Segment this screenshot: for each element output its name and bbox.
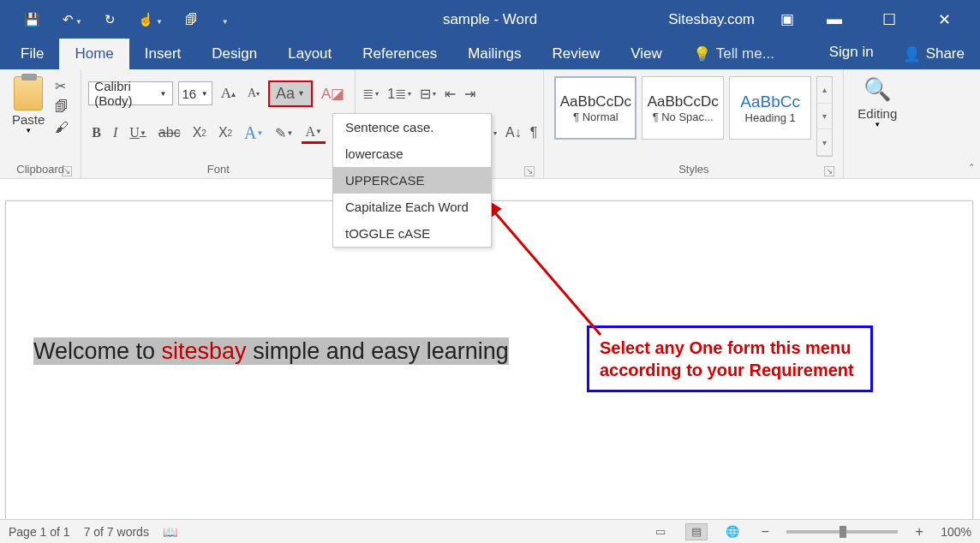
superscript-button[interactable]: X2 xyxy=(215,123,236,142)
zoom-in-button[interactable]: + xyxy=(911,524,927,540)
tab-insert[interactable]: Insert xyxy=(129,39,197,69)
menu-capitalize-each-word[interactable]: Capitalize Each Word xyxy=(333,194,491,220)
tab-references[interactable]: References xyxy=(347,39,452,69)
title-bar: 💾 ↶▼ ↻ ☝▼ 🗐 ▼ sample - Word Sitesbay.com… xyxy=(0,0,980,39)
paragraph-launcher-icon[interactable]: ↘ xyxy=(524,166,535,176)
maximize-icon[interactable]: ☐ xyxy=(875,10,904,29)
print-preview-icon[interactable]: 🗐 xyxy=(178,7,205,32)
italic-button[interactable]: I xyxy=(110,123,121,142)
multilevel-list-icon[interactable]: ⊟▾ xyxy=(420,86,436,102)
style-sample: AaBbCcDc xyxy=(648,93,719,110)
font-name-selector[interactable]: Calibri (Body)▼ xyxy=(88,81,172,105)
style-heading1[interactable]: AaBbCc Heading 1 xyxy=(729,76,811,140)
menu-uppercase[interactable]: UPPERCASE xyxy=(333,167,491,194)
document-text[interactable]: Welcome to sitesbay simple and easy lear… xyxy=(33,338,509,365)
ribbon-display-icon[interactable]: ▣ xyxy=(780,10,794,28)
cut-icon[interactable]: ✂ xyxy=(55,78,69,94)
zoom-out-button[interactable]: − xyxy=(757,524,773,540)
format-painter-icon[interactable]: 🖌 xyxy=(55,120,69,135)
zoom-slider-thumb[interactable] xyxy=(840,526,846,538)
collapse-ribbon-icon[interactable]: ˄ xyxy=(969,162,975,175)
sign-in-link[interactable]: Sign in xyxy=(816,39,887,69)
print-layout-icon[interactable]: ▤ xyxy=(685,523,708,540)
group-editing: 🔍 Editing ▼ xyxy=(844,69,911,178)
share-icon: 👤 xyxy=(903,45,921,63)
paste-label: Paste xyxy=(12,112,45,127)
styles-launcher-icon[interactable]: ↘ xyxy=(824,166,834,176)
tab-home[interactable]: Home xyxy=(59,39,128,69)
expand-gallery-icon[interactable]: ▾ xyxy=(817,129,832,156)
status-words[interactable]: 7 of 7 words xyxy=(84,525,149,539)
chevron-down-icon: ▼ xyxy=(297,89,305,98)
touch-mode-icon[interactable]: ☝▼ xyxy=(131,7,170,33)
find-icon[interactable]: 🔍 xyxy=(863,76,891,103)
document-page[interactable]: Welcome to sitesbay simple and easy lear… xyxy=(5,200,973,526)
shrink-font-icon[interactable]: A▾ xyxy=(244,85,263,102)
styles-gallery-more[interactable]: ▴ ▾ ▾ xyxy=(816,76,833,157)
tab-file[interactable]: File xyxy=(0,39,59,69)
minimize-icon[interactable]: ▬ xyxy=(820,10,849,28)
doc-text-highlight: sitesbay xyxy=(162,338,247,364)
zoom-slider[interactable] xyxy=(786,530,898,534)
clear-formatting-icon[interactable]: A◪ xyxy=(318,83,348,104)
scroll-down-icon[interactable]: ▾ xyxy=(817,104,832,130)
style-normal[interactable]: AaBbCcDc ¶ Normal xyxy=(554,76,636,140)
clipboard-launcher-icon[interactable]: ↘ xyxy=(62,166,72,176)
menu-sentence-case[interactable]: Sentence case. xyxy=(333,114,491,140)
highlight-icon[interactable]: ✎▼ xyxy=(272,123,296,143)
style-sample: AaBbCc xyxy=(740,92,800,111)
read-mode-icon[interactable]: ▭ xyxy=(649,523,672,540)
clipboard-group-label: Clipboard ↘ xyxy=(7,160,74,178)
grow-font-icon[interactable]: A▴ xyxy=(218,83,239,104)
subscript-button[interactable]: X2 xyxy=(189,123,210,142)
paste-button[interactable]: Paste ▼ xyxy=(7,73,50,160)
doc-text-pre: Welcome to xyxy=(33,338,162,364)
tell-me-search[interactable]: 💡 Tell me... xyxy=(678,39,790,69)
quick-access-toolbar: 💾 ↶▼ ↻ ☝▼ 🗐 ▼ xyxy=(0,7,236,33)
font-color-icon[interactable]: A▼ xyxy=(302,122,325,144)
undo-icon[interactable]: ↶▼ xyxy=(56,7,89,33)
menu-toggle-case[interactable]: tOGGLE cASE xyxy=(333,220,491,247)
change-case-button[interactable]: Aa ▼ xyxy=(268,81,313,107)
ribbon-tabs: File Home Insert Design Layout Reference… xyxy=(0,39,980,69)
style-sample: AaBbCcDc xyxy=(560,93,631,110)
style-name: Heading 1 xyxy=(745,111,796,124)
tab-review[interactable]: Review xyxy=(537,39,616,69)
group-styles: AaBbCcDc ¶ Normal AaBbCcDc ¶ No Spac... … xyxy=(544,69,844,178)
group-clipboard: Paste ▼ ✂ 🗐 🖌 Clipboard ↘ xyxy=(0,69,81,178)
tab-mailings[interactable]: Mailings xyxy=(452,39,536,69)
svg-line-0 xyxy=(493,210,601,335)
zoom-level[interactable]: 100% xyxy=(941,525,971,539)
editing-label[interactable]: Editing xyxy=(858,106,897,121)
numbering-icon[interactable]: 1≣▾ xyxy=(387,86,411,102)
doc-text-post: simple and easy learning xyxy=(247,338,509,364)
increase-indent-icon[interactable]: ⇥ xyxy=(464,86,475,102)
status-page[interactable]: Page 1 of 1 xyxy=(9,525,70,539)
style-name: ¶ Normal xyxy=(573,110,618,123)
sort-icon[interactable]: A↓ xyxy=(505,125,522,140)
text-effects-icon[interactable]: A▼ xyxy=(241,122,266,145)
font-name-value: Calibri (Body) xyxy=(94,79,159,108)
tab-layout[interactable]: Layout xyxy=(272,39,347,69)
bold-button[interactable]: B xyxy=(88,123,105,142)
style-no-spacing[interactable]: AaBbCcDc ¶ No Spac... xyxy=(642,76,724,140)
tab-view[interactable]: View xyxy=(615,39,678,69)
show-marks-icon[interactable]: ¶ xyxy=(530,125,538,140)
underline-button[interactable]: U ▼ xyxy=(126,123,149,142)
redo-icon[interactable]: ↻ xyxy=(98,7,122,33)
spellcheck-icon[interactable]: 📖 xyxy=(163,525,177,539)
menu-lowercase[interactable]: lowercase xyxy=(333,140,491,167)
decrease-indent-icon[interactable]: ⇤ xyxy=(445,86,456,102)
copy-icon[interactable]: 🗐 xyxy=(55,99,69,115)
qat-customize-icon[interactable]: ▼ xyxy=(213,7,236,32)
share-button[interactable]: 👤 Share xyxy=(887,39,980,69)
brand-text: Sitesbay.com xyxy=(668,11,755,28)
close-icon[interactable]: ✕ xyxy=(929,10,959,29)
scroll-up-icon[interactable]: ▴ xyxy=(817,77,832,104)
tab-design[interactable]: Design xyxy=(196,39,272,69)
bullets-icon[interactable]: ≣▾ xyxy=(362,86,379,102)
strikethrough-button[interactable]: abc xyxy=(155,123,184,142)
font-size-selector[interactable]: 16▼ xyxy=(178,81,212,105)
save-icon[interactable]: 💾 xyxy=(17,7,47,33)
web-layout-icon[interactable]: 🌐 xyxy=(721,523,744,540)
